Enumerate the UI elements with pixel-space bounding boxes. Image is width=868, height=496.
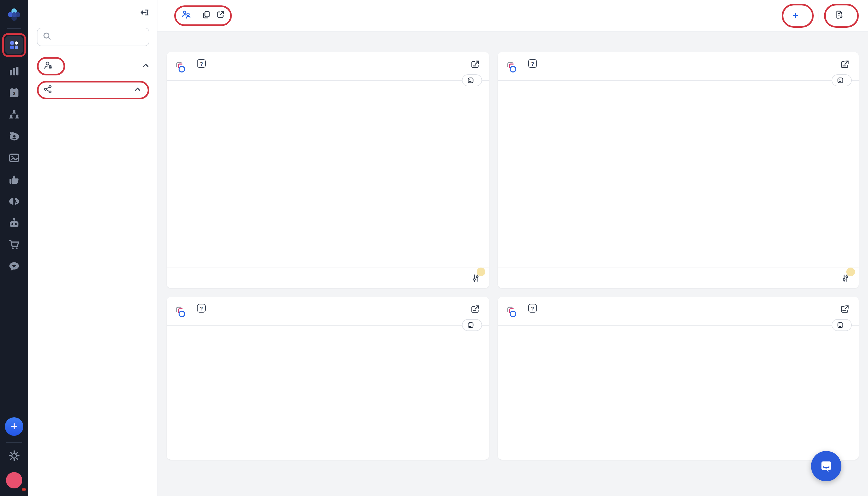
card-footer xyxy=(498,267,859,288)
content-impressions-card: ? xyxy=(167,297,489,460)
rail-listening-icon[interactable] xyxy=(8,195,20,207)
calendar-badge: 3 xyxy=(13,91,15,96)
card-divider xyxy=(167,325,489,326)
toolbar-divider xyxy=(819,10,819,21)
rail-dashboard-icon[interactable] xyxy=(5,36,24,54)
emplifi-logo[interactable] xyxy=(6,6,22,23)
annotation-add-dashboard: + xyxy=(782,3,814,27)
help-icon[interactable]: ? xyxy=(528,304,537,313)
widget-export-icon[interactable] xyxy=(840,59,850,72)
export-file-icon xyxy=(835,10,843,21)
plus-icon: + xyxy=(793,10,799,21)
shared-dashboards-header[interactable] xyxy=(37,81,149,99)
export-button[interactable] xyxy=(827,7,855,24)
annotation-shared-dashboards xyxy=(37,81,149,99)
cross-network-widget-icon xyxy=(175,61,188,74)
help-icon[interactable]: ? xyxy=(197,59,206,68)
rail-bot-icon[interactable] xyxy=(8,217,20,229)
filter-count-badge xyxy=(846,267,855,276)
rail-divider-bottom xyxy=(6,442,22,443)
notification-badge xyxy=(22,489,26,491)
filter-indicator[interactable] xyxy=(471,274,480,283)
add-button[interactable]: + xyxy=(5,417,24,436)
post-level-badge xyxy=(462,74,482,86)
app-rail: 3 ★ + xyxy=(0,0,28,496)
evolution-posts-card: ? xyxy=(498,52,859,288)
intercom-chat-button[interactable] xyxy=(811,451,841,481)
card-divider xyxy=(498,80,859,81)
my-dashboards-header[interactable] xyxy=(37,57,149,75)
annotation-shared-badge xyxy=(174,5,232,26)
filter-indicator[interactable] xyxy=(841,274,850,283)
cross-network-widget-icon xyxy=(507,61,520,74)
rail-engagement-icon[interactable] xyxy=(8,174,20,186)
rail-analytics-icon[interactable] xyxy=(8,65,20,77)
top-bar: + xyxy=(157,0,868,31)
person-lock-icon xyxy=(43,61,53,72)
widget-export-icon[interactable] xyxy=(470,59,480,72)
add-dashboard-button[interactable]: + xyxy=(785,7,810,24)
main-area: + xyxy=(157,0,868,496)
help-icon[interactable]: ? xyxy=(197,304,206,313)
rail-commerce-icon[interactable] xyxy=(8,239,20,251)
collapse-sidebar-icon[interactable] xyxy=(140,7,149,19)
rail-content-icon[interactable] xyxy=(8,152,20,164)
post-level-badge xyxy=(832,74,852,86)
search-icon xyxy=(43,32,51,42)
stacked-bar-chart[interactable] xyxy=(532,94,844,209)
svg-text:★: ★ xyxy=(12,263,17,269)
widget-export-icon[interactable] xyxy=(470,304,480,316)
rail-community-icon[interactable] xyxy=(8,109,20,121)
posts-donut-chart[interactable] xyxy=(177,99,287,209)
widget-export-icon[interactable] xyxy=(840,304,850,316)
app: 3 ★ + xyxy=(0,0,868,496)
post-level-badge xyxy=(832,319,852,331)
search-dashboard-box[interactable] xyxy=(37,28,149,46)
annotation-my-dashboards xyxy=(37,57,65,75)
rail-care-icon[interactable] xyxy=(8,130,20,142)
dashboard-sidebar xyxy=(28,0,157,496)
rail-calendar-icon[interactable]: 3 xyxy=(8,87,20,99)
posts-stories-card: ? xyxy=(167,52,489,288)
rail-reviews-icon[interactable]: ★ xyxy=(8,261,20,273)
copy-icon[interactable] xyxy=(202,10,211,21)
cross-network-widget-icon xyxy=(175,306,188,319)
settings-gear-icon[interactable] xyxy=(8,450,20,462)
open-external-icon[interactable] xyxy=(216,10,225,21)
filter-count-badge xyxy=(477,267,485,276)
annotation-dashboard-icon xyxy=(2,33,26,57)
user-avatar[interactable] xyxy=(6,472,22,489)
card-footer xyxy=(167,267,489,288)
chevron-up-icon[interactable] xyxy=(142,62,149,71)
engagements-chart-top xyxy=(532,344,844,377)
cross-network-widget-icon xyxy=(507,306,520,319)
search-dashboard-input[interactable] xyxy=(56,32,143,42)
shared-people-icon xyxy=(181,10,191,21)
dashboard-content: ? xyxy=(157,31,868,496)
card-divider xyxy=(498,325,859,326)
chevron-up-icon[interactable] xyxy=(134,86,141,94)
share-icon xyxy=(43,85,53,95)
card-divider xyxy=(167,80,489,81)
rail-divider xyxy=(7,28,21,29)
post-level-badge xyxy=(462,319,482,331)
help-icon[interactable]: ? xyxy=(528,59,537,68)
annotation-export xyxy=(824,3,859,27)
evolution-engagements-card: ? xyxy=(498,297,859,460)
